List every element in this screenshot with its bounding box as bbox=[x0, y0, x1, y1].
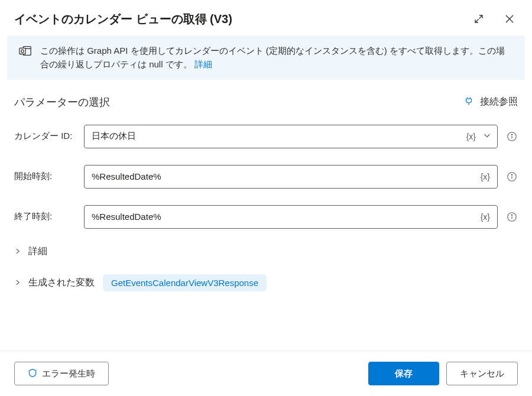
start-time-label: 開始時刻: bbox=[14, 171, 76, 182]
shield-icon bbox=[28, 368, 37, 379]
chevron-down-icon[interactable] bbox=[482, 131, 492, 142]
generated-variable-pill[interactable]: GetEventsCalendarViewV3Response bbox=[103, 274, 267, 291]
svg-point-4 bbox=[511, 134, 512, 135]
plug-icon bbox=[463, 96, 474, 109]
advanced-expander[interactable]: 詳細 bbox=[0, 237, 532, 266]
dialog-title: イベントのカレンダー ビューの取得 (V3) bbox=[14, 11, 232, 27]
outlook-icon bbox=[19, 44, 32, 57]
svg-point-8 bbox=[511, 215, 512, 215]
advanced-label: 詳細 bbox=[28, 245, 47, 258]
cancel-button[interactable]: キャンセル bbox=[446, 362, 518, 385]
start-time-input[interactable] bbox=[92, 171, 475, 181]
save-button[interactable]: 保存 bbox=[368, 362, 439, 385]
chevron-right-icon bbox=[14, 279, 22, 286]
start-time-field[interactable]: {x} bbox=[84, 165, 498, 189]
info-banner: この操作は Graph API を使用してカレンダーのイベント (定期的なインス… bbox=[7, 35, 525, 80]
on-error-button[interactable]: エラー発生時 bbox=[14, 362, 109, 385]
svg-rect-1 bbox=[20, 48, 25, 54]
generated-variables-label: 生成された変数 bbox=[28, 277, 95, 289]
variable-token-icon[interactable]: {x} bbox=[464, 132, 478, 141]
calendar-id-field[interactable]: {x} bbox=[84, 125, 498, 148]
connection-reference-label: 接続参照 bbox=[480, 96, 518, 108]
calendar-id-input[interactable] bbox=[92, 131, 460, 141]
variable-token-icon[interactable]: {x} bbox=[478, 172, 492, 181]
info-icon[interactable] bbox=[506, 131, 518, 142]
banner-text: この操作は Graph API を使用してカレンダーのイベント (定期的なインス… bbox=[40, 44, 513, 72]
connection-reference-link[interactable]: 接続参照 bbox=[463, 96, 518, 109]
info-icon[interactable] bbox=[506, 171, 518, 183]
banner-learn-more-link[interactable]: 詳細 bbox=[194, 59, 212, 69]
end-time-input[interactable] bbox=[92, 212, 475, 222]
expand-icon[interactable] bbox=[471, 11, 487, 27]
generated-variables-expander[interactable]: 生成された変数 GetEventsCalendarViewV3Response bbox=[0, 266, 532, 300]
svg-point-6 bbox=[511, 174, 512, 175]
section-heading: パラメーターの選択 bbox=[14, 95, 110, 109]
info-icon[interactable] bbox=[506, 211, 518, 223]
end-time-label: 終了時刻: bbox=[14, 211, 76, 222]
chevron-right-icon bbox=[14, 248, 22, 255]
calendar-id-label: カレンダー ID: bbox=[14, 131, 76, 142]
variable-token-icon[interactable]: {x} bbox=[478, 212, 492, 222]
close-icon[interactable] bbox=[501, 11, 518, 27]
end-time-field[interactable]: {x} bbox=[84, 205, 498, 229]
